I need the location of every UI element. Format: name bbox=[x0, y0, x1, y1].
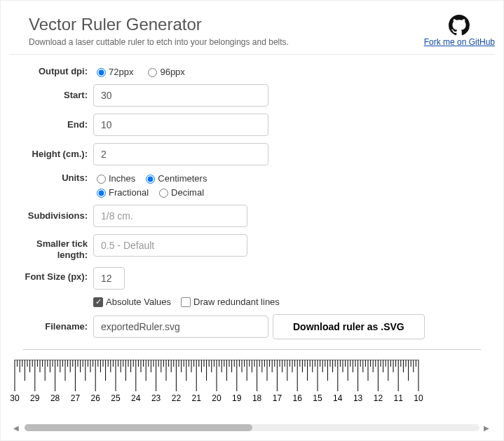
svg-text:20: 20 bbox=[212, 393, 222, 403]
svg-text:26: 26 bbox=[91, 393, 101, 403]
filename-input[interactable] bbox=[93, 316, 268, 338]
label-end: End: bbox=[9, 119, 93, 130]
height-input[interactable] bbox=[93, 143, 268, 165]
page-subtitle: Download a laser cuttable ruler to etch … bbox=[29, 37, 289, 47]
subdivisions-input[interactable] bbox=[93, 205, 247, 227]
svg-text:11: 11 bbox=[394, 393, 404, 403]
label-ticklen: Smaller tick length: bbox=[9, 234, 93, 260]
svg-text:19: 19 bbox=[232, 393, 242, 403]
label-height: Height (cm.): bbox=[9, 149, 93, 160]
svg-text:16: 16 bbox=[293, 393, 303, 403]
svg-text:18: 18 bbox=[252, 393, 262, 403]
radio-units-centimeters[interactable]: Centimeters bbox=[142, 172, 207, 184]
ticklen-input[interactable] bbox=[93, 234, 247, 257]
svg-text:21: 21 bbox=[192, 393, 202, 403]
label-units: Units: bbox=[9, 172, 93, 184]
end-input[interactable] bbox=[93, 114, 268, 136]
scroll-left-icon[interactable]: ◀ bbox=[13, 424, 20, 432]
radio-units-inches[interactable]: Inches bbox=[93, 172, 135, 184]
checkbox-redundant-lines[interactable]: Draw redundant lines bbox=[181, 297, 280, 307]
fontsize-input[interactable] bbox=[93, 267, 125, 290]
label-fontsize: Font Size (px): bbox=[9, 267, 93, 283]
page-title: Vector Ruler Generator bbox=[29, 15, 289, 34]
svg-text:22: 22 bbox=[172, 393, 182, 403]
svg-text:29: 29 bbox=[30, 393, 40, 403]
svg-text:13: 13 bbox=[353, 393, 363, 403]
download-button[interactable]: Download ruler as .SVG bbox=[273, 314, 425, 339]
radio-format-decimal[interactable]: Decimal bbox=[156, 186, 204, 198]
github-link[interactable]: Fork me on GitHub bbox=[424, 37, 495, 47]
svg-text:15: 15 bbox=[313, 393, 322, 403]
label-subdivisions: Subdivisions: bbox=[9, 210, 93, 222]
scroll-right-icon[interactable]: ▶ bbox=[484, 424, 491, 432]
horizontal-scrollbar[interactable]: ◀ ▶ bbox=[9, 422, 495, 433]
svg-text:25: 25 bbox=[111, 393, 121, 403]
svg-text:14: 14 bbox=[333, 393, 343, 403]
checkbox-absolute-values[interactable]: Absolute Values bbox=[93, 297, 171, 307]
svg-text:10: 10 bbox=[414, 393, 423, 403]
github-icon[interactable] bbox=[449, 15, 470, 36]
scrollbar-track[interactable] bbox=[25, 424, 479, 431]
label-start: Start: bbox=[9, 90, 93, 101]
svg-text:17: 17 bbox=[273, 393, 282, 403]
svg-text:12: 12 bbox=[374, 393, 383, 403]
svg-text:28: 28 bbox=[50, 393, 60, 403]
radio-format-fractional[interactable]: Fractional bbox=[93, 186, 149, 198]
svg-text:30: 30 bbox=[10, 393, 20, 403]
scrollbar-thumb[interactable] bbox=[25, 424, 252, 431]
svg-text:27: 27 bbox=[71, 393, 81, 403]
radio-dpi-72[interactable]: 72ppx bbox=[93, 66, 133, 77]
svg-text:24: 24 bbox=[131, 393, 141, 403]
start-input[interactable] bbox=[93, 84, 268, 107]
label-dpi: Output dpi: bbox=[9, 66, 93, 77]
radio-dpi-96[interactable]: 96ppx bbox=[144, 66, 184, 77]
svg-text:23: 23 bbox=[151, 393, 161, 403]
label-filename: Filename: bbox=[9, 321, 93, 332]
ruler-preview: 3029282726252423222120191817161514131211… bbox=[9, 360, 495, 418]
